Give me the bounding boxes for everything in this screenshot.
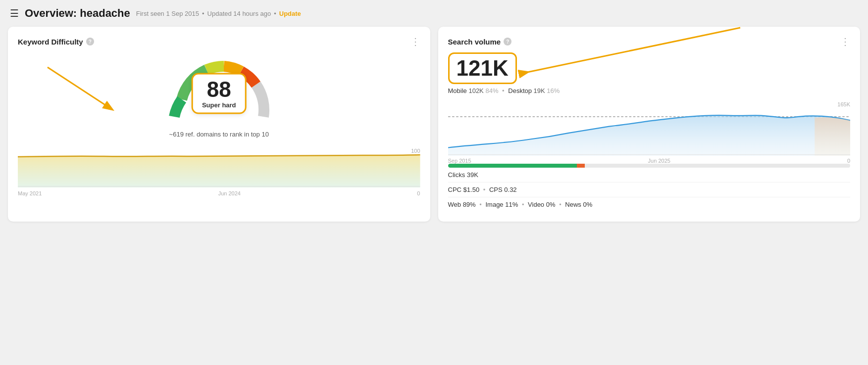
- kd-more-icon[interactable]: ⋮: [410, 37, 420, 46]
- sv-cpc-row: CPC $1.50 • CPS 0.32: [448, 182, 851, 197]
- kd-chart-area: 100 May 2021 Jun 2024 0: [18, 148, 420, 197]
- clicks-label: Clicks: [448, 171, 465, 179]
- svg-line-3: [527, 28, 740, 72]
- sv-traffic-type-row: Web 89% • Image 11% • Video 0% • News 0%: [448, 197, 851, 212]
- sv-mobile-pct: 84%: [485, 87, 498, 94]
- sv-dot-4: •: [522, 201, 524, 208]
- sv-dot-2: •: [483, 186, 486, 193]
- dot-separator-1: •: [202, 10, 204, 17]
- cpc-value: $1.50: [463, 186, 480, 193]
- progress-fill-orange: [577, 164, 585, 168]
- gauge-area: 88 Super hard: [18, 52, 420, 127]
- sv-desktop-value: 19K: [534, 87, 545, 94]
- sv-desktop-pct: 16%: [547, 87, 560, 94]
- sv-chart-svg: [448, 101, 851, 156]
- kd-card-header: Keyword Difficulty ? ⋮: [18, 37, 420, 46]
- gauge-score-label: Super hard: [202, 101, 236, 108]
- sv-main-value: 121K: [448, 52, 517, 84]
- page-header: ☰ Overview: headache First seen 1 Sep 20…: [0, 0, 868, 27]
- sv-chart-y-top: 165K: [837, 101, 850, 107]
- sv-dot-3: •: [479, 201, 482, 208]
- sv-card-title: Search volume ?: [448, 38, 512, 46]
- kd-chart-label-right: Jun 2024: [218, 190, 241, 196]
- sv-subtitle: Mobile 102K 84% • Desktop 19K 16%: [448, 87, 851, 94]
- web-label: Web: [448, 201, 461, 208]
- header-meta: First seen 1 Sep 2015 • Updated 14 hours…: [136, 10, 301, 17]
- kd-card-title: Keyword Difficulty ?: [18, 38, 94, 46]
- sv-chart-label-right: Jun 2025: [648, 158, 670, 164]
- sv-chart-label-left: Sep 2015: [448, 158, 471, 164]
- kd-title-text: Keyword Difficulty: [18, 38, 83, 46]
- dot-separator-2: •: [274, 10, 276, 17]
- sv-mobile-value: 102K: [468, 87, 483, 94]
- sv-help-icon[interactable]: ?: [504, 38, 511, 46]
- cps-value: 0.32: [504, 186, 516, 193]
- kd-chart-label-left: May 2021: [18, 190, 42, 196]
- web-value: 89%: [463, 201, 476, 208]
- cpc-label: CPC: [448, 186, 461, 193]
- sv-desktop-label: Desktop: [508, 87, 532, 94]
- video-label: Video: [528, 201, 544, 208]
- gauge-score-number: 88: [202, 78, 236, 100]
- clicks-value: 39K: [467, 171, 478, 179]
- sv-title-text: Search volume: [448, 38, 501, 46]
- kd-chart-svg: [18, 148, 420, 187]
- sv-chart-labels: Sep 2015 Jun 2025 0: [448, 158, 851, 164]
- sv-chart-area: 165K: [448, 101, 851, 161]
- update-link[interactable]: Update: [279, 10, 301, 17]
- news-value: 0%: [583, 201, 592, 208]
- cards-container: Keyword Difficulty ? ⋮: [0, 27, 868, 229]
- kd-chart-labels: May 2021 Jun 2024 0: [18, 190, 420, 196]
- sv-card: Search volume ? ⋮ 121K Mobile 102K 84% •: [438, 27, 861, 222]
- image-label: Image: [485, 201, 503, 208]
- updated-text: Updated 14 hours ago: [207, 10, 271, 17]
- gauge-subtext: ~619 ref. domains to rank in top 10: [18, 131, 420, 138]
- kd-help-icon[interactable]: ?: [86, 38, 94, 46]
- sv-dot-5: •: [559, 201, 562, 208]
- first-seen-text: First seen 1 Sep 2015: [136, 10, 199, 17]
- video-value: 0%: [546, 201, 556, 208]
- sv-more-icon[interactable]: ⋮: [840, 37, 850, 46]
- svg-line-0: [48, 67, 112, 109]
- page-title: Overview: headache: [25, 7, 130, 20]
- sv-chart-y-bottom: 0: [847, 158, 850, 164]
- sv-value-area: 121K: [448, 52, 851, 87]
- sv-mobile-label: Mobile: [448, 87, 467, 94]
- kd-card: Keyword Difficulty ? ⋮: [8, 27, 430, 222]
- news-label: News: [565, 201, 581, 208]
- sv-card-header: Search volume ? ⋮: [448, 37, 851, 46]
- image-value: 11%: [505, 201, 518, 208]
- kd-chart-y-label: 100: [411, 148, 420, 154]
- sv-clicks-row: Clicks 39K: [448, 168, 851, 182]
- gauge-score-box: 88 Super hard: [192, 73, 247, 114]
- menu-icon[interactable]: ☰: [10, 7, 19, 19]
- clicks-progress-bar: [448, 164, 851, 168]
- cps-label: CPS: [489, 186, 503, 193]
- progress-fill-green: [448, 164, 577, 168]
- sv-dot-1: •: [502, 87, 505, 94]
- kd-chart-zero: 0: [417, 190, 420, 196]
